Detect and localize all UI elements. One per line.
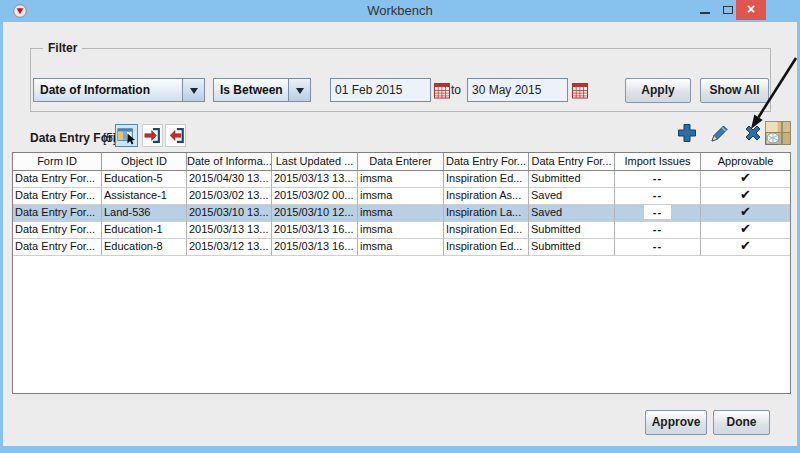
table-row[interactable]: Data Entry For...Assistance-12015/03/02 … bbox=[13, 188, 790, 205]
table-cell[interactable]: Data Entry For... bbox=[13, 171, 102, 188]
table-cell[interactable]: ✔ bbox=[701, 239, 790, 256]
filter-operator-value: Is Between bbox=[214, 79, 288, 101]
table-cell[interactable]: 2015/03/13 13... bbox=[187, 222, 272, 239]
table-cell[interactable]: Data Entry For... bbox=[13, 222, 102, 239]
check-in-arrow-icon[interactable] bbox=[142, 124, 163, 147]
show-all-button[interactable]: Show All bbox=[700, 78, 769, 103]
table-cell[interactable]: Data Entry For... bbox=[13, 239, 102, 256]
table-cell[interactable]: 2015/03/10 13... bbox=[187, 205, 272, 222]
table-cell[interactable]: -- bbox=[615, 205, 701, 222]
table-cell[interactable]: imsma bbox=[358, 205, 444, 222]
column-header[interactable]: Date of Informa... bbox=[187, 153, 272, 170]
table-cell[interactable]: 2015/04/30 13... bbox=[187, 171, 272, 188]
window-title: Workbench bbox=[0, 3, 800, 18]
table-cell[interactable]: imsma bbox=[358, 171, 444, 188]
column-header[interactable]: Form ID bbox=[13, 153, 102, 170]
table-cell[interactable]: Education-8 bbox=[102, 239, 187, 256]
table-cell[interactable]: -- bbox=[615, 222, 701, 239]
table-cell[interactable]: Assistance-1 bbox=[102, 188, 187, 205]
table-cell[interactable]: Submitted bbox=[529, 171, 615, 188]
table-cell[interactable]: 2015/03/02 00... bbox=[272, 188, 358, 205]
chevron-down-icon[interactable] bbox=[182, 79, 204, 101]
table-cell[interactable]: Submitted bbox=[529, 239, 615, 256]
table-cell[interactable]: Inspiration La... bbox=[444, 205, 529, 222]
table-cell[interactable]: imsma bbox=[358, 188, 444, 205]
column-header[interactable]: Data Entry For... bbox=[529, 153, 615, 170]
delete-x-icon[interactable] bbox=[742, 122, 764, 144]
table-cell[interactable]: Saved bbox=[529, 188, 615, 205]
add-icon[interactable] bbox=[676, 122, 698, 144]
table-cell[interactable]: Inspiration Ed... bbox=[444, 222, 529, 239]
focused-cell-value: -- bbox=[644, 205, 671, 219]
table-cell[interactable]: Education-1 bbox=[102, 222, 187, 239]
edit-pencil-icon[interactable] bbox=[709, 122, 731, 144]
map-view-icon[interactable] bbox=[765, 121, 791, 145]
date-from-input[interactable] bbox=[330, 78, 431, 102]
table-cell[interactable]: 2015/03/02 13... bbox=[187, 188, 272, 205]
column-header[interactable]: Data Entry For... bbox=[444, 153, 529, 170]
chevron-down-icon[interactable] bbox=[288, 79, 310, 101]
column-header[interactable]: Import Issues bbox=[615, 153, 701, 170]
table-cell[interactable]: Saved bbox=[529, 205, 615, 222]
column-header[interactable]: Object ID bbox=[102, 153, 187, 170]
check-out-arrow-icon[interactable] bbox=[165, 124, 186, 147]
apply-button[interactable]: Apply bbox=[625, 78, 691, 103]
minimize-button[interactable] bbox=[694, 0, 716, 20]
column-header[interactable]: Approvable bbox=[701, 153, 790, 170]
select-columns-icon[interactable] bbox=[115, 124, 138, 147]
table-cell[interactable]: ✔ bbox=[701, 188, 790, 205]
table-cell[interactable]: 2015/03/13 16... bbox=[272, 222, 358, 239]
titlebar[interactable]: Workbench × bbox=[0, 0, 800, 22]
data-entry-form-table: Form IDObject IDDate of Informa...Last U… bbox=[12, 152, 791, 394]
table-cell[interactable]: ✔ bbox=[701, 171, 790, 188]
table-cell[interactable]: Data Entry For... bbox=[13, 205, 102, 222]
table-cell[interactable]: Education-5 bbox=[102, 171, 187, 188]
date-to-input[interactable] bbox=[467, 78, 568, 102]
table-cell[interactable]: imsma bbox=[358, 239, 444, 256]
window-content: Filter Date of Information Is Between to… bbox=[3, 22, 797, 446]
filter-operator-select[interactable]: Is Between bbox=[213, 78, 311, 102]
filter-field-select[interactable]: Date of Information bbox=[33, 78, 205, 102]
table-cell[interactable]: ✔ bbox=[701, 222, 790, 239]
table-header-row: Form IDObject IDDate of Informa...Last U… bbox=[13, 153, 790, 171]
filter-legend: Filter bbox=[43, 41, 82, 55]
table-cell[interactable]: Data Entry For... bbox=[13, 188, 102, 205]
table-cell[interactable]: -- bbox=[615, 188, 701, 205]
table-cell[interactable]: 2015/03/10 12... bbox=[272, 205, 358, 222]
close-button[interactable]: × bbox=[736, 0, 766, 20]
approve-button[interactable]: Approve bbox=[645, 410, 707, 435]
filter-field-value: Date of Information bbox=[34, 79, 182, 101]
table-cell[interactable]: Inspiration As... bbox=[444, 188, 529, 205]
workbench-window: Workbench × Filter Date of Information I… bbox=[0, 0, 800, 453]
table-body: Data Entry For...Education-52015/04/30 1… bbox=[13, 171, 790, 256]
table-row[interactable]: Data Entry For...Education-52015/04/30 1… bbox=[13, 171, 790, 188]
done-button[interactable]: Done bbox=[713, 410, 770, 435]
table-cell[interactable]: 2015/03/13 13... bbox=[272, 171, 358, 188]
table-cell[interactable]: ✔ bbox=[701, 205, 790, 222]
table-cell[interactable]: imsma bbox=[358, 222, 444, 239]
table-cell[interactable]: -- bbox=[615, 239, 701, 256]
table-cell[interactable]: 2015/03/12 13... bbox=[187, 239, 272, 256]
table-row[interactable]: Data Entry For...Land-5362015/03/10 13..… bbox=[13, 205, 790, 222]
calendar-icon[interactable] bbox=[434, 82, 450, 99]
column-header[interactable]: Last Updated ... bbox=[272, 153, 358, 170]
to-label: to bbox=[451, 83, 461, 97]
table-row[interactable]: Data Entry For...Education-82015/03/12 1… bbox=[13, 239, 790, 256]
table-row[interactable]: Data Entry For...Education-12015/03/13 1… bbox=[13, 222, 790, 239]
calendar-icon[interactable] bbox=[572, 82, 588, 99]
table-cell[interactable]: -- bbox=[615, 171, 701, 188]
table-cell[interactable]: Inspiration Ed... bbox=[444, 171, 529, 188]
table-cell[interactable]: Inspiration Ed... bbox=[444, 239, 529, 256]
table-cell[interactable]: Submitted bbox=[529, 222, 615, 239]
table-cell[interactable]: 2015/03/13 16... bbox=[272, 239, 358, 256]
table-cell[interactable]: Land-536 bbox=[102, 205, 187, 222]
column-header[interactable]: Data Enterer bbox=[358, 153, 444, 170]
